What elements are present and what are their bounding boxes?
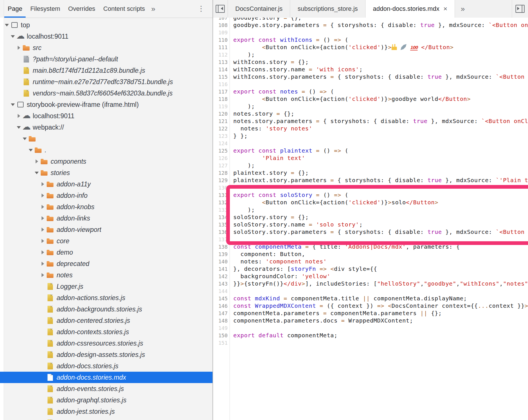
line-number[interactable]: 122 bbox=[213, 126, 228, 132]
tree-item-addon-links[interactable]: addon-links bbox=[0, 213, 213, 224]
line-number[interactable]: 143 bbox=[213, 281, 228, 287]
navigator-more-tabs-icon[interactable]: » bbox=[149, 5, 158, 13]
tree-item-demo[interactable]: demo bbox=[0, 247, 213, 258]
line-number[interactable]: 146 bbox=[213, 303, 228, 309]
tree-item-addon-docs-stories-mdx[interactable]: addon-docs.stories.mdx bbox=[0, 372, 213, 383]
code-line-134[interactable]: 134soloStory.story = {}; bbox=[213, 213, 528, 221]
line-number[interactable]: 125 bbox=[213, 148, 228, 154]
tree-item-addon-info[interactable]: addon-info bbox=[0, 190, 213, 201]
line-number[interactable]: 145 bbox=[213, 296, 228, 302]
tree-item-addon-cssresources-stories-js[interactable]: addon-cssresources.stories.js bbox=[0, 338, 213, 349]
line-number[interactable]: 136 bbox=[213, 229, 228, 235]
code-line-130[interactable]: 130 bbox=[213, 184, 528, 191]
tree-item[interactable] bbox=[0, 133, 213, 144]
tree-closed-arrow-icon[interactable] bbox=[16, 45, 21, 50]
tree-open-arrow-icon[interactable] bbox=[34, 171, 39, 175]
line-number[interactable]: 138 bbox=[213, 244, 228, 250]
code-line-120[interactable]: 120notes.story = {}; bbox=[213, 110, 528, 117]
tree-item[interactable] bbox=[0, 417, 213, 420]
tree-item-addon-events-stories-js[interactable]: addon-events.stories.js bbox=[0, 383, 213, 394]
line-number[interactable]: 133 bbox=[213, 207, 228, 213]
editor-more-tabs-icon[interactable]: » bbox=[455, 0, 470, 18]
code-line-142[interactable]: 142 backgroundColor: 'yellow' bbox=[213, 273, 528, 280]
tree-closed-arrow-icon[interactable] bbox=[40, 216, 45, 221]
tree-open-arrow-icon[interactable] bbox=[28, 148, 33, 152]
tree-item-addon-docs-stories-js[interactable]: addon-docs.stories.js bbox=[0, 360, 213, 372]
code-line-133[interactable]: 133 ); bbox=[213, 206, 528, 213]
tree-item-main-b8cf174fd71d212a1c89-bundle-js[interactable]: main.b8cf174fd71d212a1c89.bundle.js bbox=[0, 65, 213, 76]
tree-item-stories[interactable]: stories bbox=[0, 167, 213, 178]
line-number[interactable]: 134 bbox=[213, 214, 228, 220]
tree-item-localhost-9011[interactable]: localhost:9011 bbox=[0, 110, 213, 122]
line-number[interactable]: 144 bbox=[213, 288, 228, 294]
line-number[interactable]: 113 bbox=[213, 59, 228, 65]
code-line-127[interactable]: 127 ); bbox=[213, 162, 528, 169]
tree-item-webpack-[interactable]: webpack:// bbox=[0, 122, 213, 133]
tree-item-addon-a11y[interactable]: addon-a11y bbox=[0, 178, 213, 190]
line-number[interactable]: 118 bbox=[213, 96, 228, 102]
tree-item-src[interactable]: src bbox=[0, 42, 213, 53]
editor-tab-subscriptions-store-js[interactable]: subscriptions_store.js bbox=[290, 0, 366, 18]
line-number[interactable]: 141 bbox=[213, 266, 228, 272]
line-number[interactable]: 119 bbox=[213, 103, 228, 109]
tree-item-addon-graphql-stories-js[interactable]: addon-graphql.stories.js bbox=[0, 394, 213, 406]
line-number[interactable]: 135 bbox=[213, 222, 228, 228]
line-number[interactable]: 129 bbox=[213, 177, 228, 183]
tree-item-addon-knobs[interactable]: addon-knobs bbox=[0, 201, 213, 213]
code-line-129[interactable]: 129plaintext.story.parameters = { storys… bbox=[213, 176, 528, 184]
tree-item--path-story-ui-panel-default[interactable]: ?path=/story/ui-panel--default bbox=[0, 53, 213, 65]
code-line-135[interactable]: 135soloStory.story.name = 'solo story'; bbox=[213, 221, 528, 228]
navigator-tab-overrides[interactable]: Overrides bbox=[64, 0, 99, 18]
tree-item-addon-jest-stories-js[interactable]: addon-jest.stories.js bbox=[0, 406, 213, 417]
code-line-118[interactable]: 118 <Button onClick={action('clicked')}>… bbox=[213, 95, 528, 103]
code-line-124[interactable]: 124 bbox=[213, 140, 528, 147]
line-number[interactable]: 115 bbox=[213, 74, 228, 80]
code-line-126[interactable]: 126 'Plain text' bbox=[213, 154, 528, 162]
code-line-143[interactable]: 143}}>{storyFn()}</div>], includeStories… bbox=[213, 280, 528, 287]
navigator-tab-page[interactable]: Page bbox=[4, 0, 26, 18]
code-line-131[interactable]: 131export const soloStory = () => ( bbox=[213, 191, 528, 199]
show-debugger-sidebar-button[interactable] bbox=[512, 0, 528, 18]
tree-item--[interactable]: . bbox=[0, 144, 213, 156]
line-number[interactable]: 151 bbox=[213, 340, 228, 346]
code-line-110[interactable]: 110export const withIcons = () => ( bbox=[213, 36, 528, 43]
code-line-115[interactable]: 115withIcons.story.parameters = { storys… bbox=[213, 73, 528, 80]
line-number[interactable]: 137 bbox=[213, 236, 228, 242]
tree-item-top[interactable]: top bbox=[0, 19, 213, 31]
tree-closed-arrow-icon[interactable] bbox=[40, 273, 45, 277]
line-number[interactable]: 147 bbox=[213, 310, 228, 316]
code-line-147[interactable]: 147componentMeta.parameters = componentM… bbox=[213, 309, 528, 317]
tree-item-localhost-9011[interactable]: localhost:9011 bbox=[0, 31, 213, 42]
code-line-148[interactable]: 148componentMeta.parameters.docs = Wrapp… bbox=[213, 317, 528, 324]
line-number[interactable]: 140 bbox=[213, 259, 228, 265]
code-line-125[interactable]: 125export const plaintext = () => ( bbox=[213, 147, 528, 154]
code-line-139[interactable]: 139 component: Button, bbox=[213, 250, 528, 258]
code-line-150[interactable]: 150export default componentMeta; bbox=[213, 332, 528, 339]
line-number[interactable]: 123 bbox=[213, 133, 228, 139]
code-line-109[interactable]: 109 bbox=[213, 29, 528, 36]
line-number[interactable]: 121 bbox=[213, 118, 228, 124]
code-line-149[interactable]: 149 bbox=[213, 324, 528, 332]
tree-open-arrow-icon[interactable] bbox=[22, 136, 27, 141]
tree-item-addon-viewport[interactable]: addon-viewport bbox=[0, 224, 213, 235]
navigator-tab-content-scripts[interactable]: Content scripts bbox=[99, 0, 149, 18]
code-line-121[interactable]: 121notes.story.parameters = { storyshots… bbox=[213, 117, 528, 125]
code-line-128[interactable]: 128plaintext.story = {}; bbox=[213, 169, 528, 176]
tree-item-logger-js[interactable]: Logger.js bbox=[0, 281, 213, 292]
close-tab-icon[interactable]: × bbox=[443, 5, 447, 12]
line-number[interactable]: 111 bbox=[213, 44, 228, 50]
code-line-117[interactable]: 117export const notes = () => ( bbox=[213, 88, 528, 95]
tree-closed-arrow-icon[interactable] bbox=[34, 159, 39, 164]
code-line-119[interactable]: 119 ); bbox=[213, 103, 528, 110]
line-number[interactable]: 114 bbox=[213, 66, 228, 72]
code-line-116[interactable]: 116 bbox=[213, 80, 528, 88]
line-number[interactable]: 110 bbox=[213, 37, 228, 43]
navigator-menu-icon[interactable]: ⋮ bbox=[197, 0, 205, 17]
tree-item-storybook-preview-iframe-iframe-html-[interactable]: storybook-preview-iframe (iframe.html) bbox=[0, 99, 213, 110]
line-number[interactable]: 130 bbox=[213, 185, 228, 191]
tree-closed-arrow-icon[interactable] bbox=[40, 261, 45, 266]
tree-item-deprecated[interactable]: deprecated bbox=[0, 258, 213, 269]
line-number[interactable]: 128 bbox=[213, 170, 228, 176]
tree-item-addon-centered-stories-js[interactable]: addon-centered.stories.js bbox=[0, 315, 213, 326]
line-number[interactable]: 112 bbox=[213, 52, 228, 58]
